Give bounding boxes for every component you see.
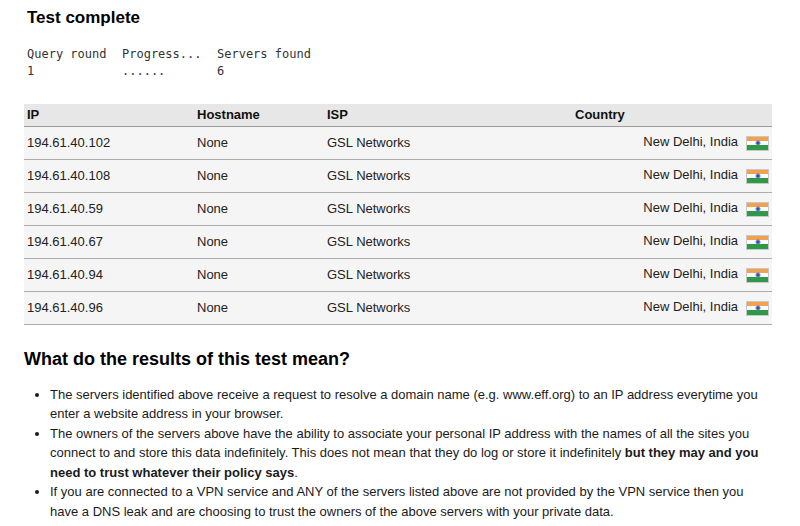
server-results-table: IP Hostname ISP Country 194.61.40.102 No… (24, 104, 772, 325)
status-progress-label: Progress... (122, 46, 217, 63)
isp-cell: GSL Networks (324, 291, 572, 324)
isp-cell: GSL Networks (324, 225, 572, 258)
country-label: New Delhi, India (643, 167, 738, 182)
country-label: New Delhi, India (643, 299, 738, 314)
table-row: 194.61.40.59 None GSL Networks New Delhi… (24, 192, 772, 225)
country-cell: New Delhi, India (572, 126, 772, 159)
country-label: New Delhi, India (643, 200, 738, 215)
country-cell: New Delhi, India (572, 291, 772, 324)
results-explanation-title: What do the results of this test mean? (24, 349, 772, 370)
hostname-cell: None (194, 291, 324, 324)
status-servers-found-value: 6 (217, 63, 312, 80)
ip-cell: 194.61.40.96 (24, 291, 194, 324)
page-container: Test complete Query round 1 Progress... … (24, 8, 772, 526)
status-servers-found-label: Servers found (217, 46, 312, 63)
india-flag-icon (746, 169, 769, 184)
india-flag-icon (746, 235, 769, 250)
ip-cell: 194.61.40.94 (24, 258, 194, 291)
status-query-round-value: 1 (27, 63, 122, 80)
column-header-ip: IP (24, 104, 194, 126)
explanation-bullet-vpn-leak: If you are connected to a VPN service an… (50, 482, 772, 521)
explanation-bullet-server-owners: The owners of the servers above have the… (50, 424, 772, 483)
country-cell: New Delhi, India (572, 225, 772, 258)
status-progress-value: ...... (122, 63, 217, 80)
country-label: New Delhi, India (643, 266, 738, 281)
server-table-body: 194.61.40.102 None GSL Networks New Delh… (24, 126, 772, 324)
bullet-text: The servers identified above receive a r… (50, 387, 758, 422)
table-header-row: IP Hostname ISP Country (24, 104, 772, 126)
country-label: New Delhi, India (643, 134, 738, 149)
status-servers-found: Servers found 6 (217, 46, 312, 80)
ip-cell: 194.61.40.102 (24, 126, 194, 159)
isp-cell: GSL Networks (324, 192, 572, 225)
query-status-strip: Query round 1 Progress... ...... Servers… (27, 46, 772, 80)
explanation-bullet-dns-resolution: The servers identified above receive a r… (50, 385, 772, 424)
ip-cell: 194.61.40.67 (24, 225, 194, 258)
hostname-cell: None (194, 126, 324, 159)
ip-cell: 194.61.40.108 (24, 159, 194, 192)
isp-cell: GSL Networks (324, 159, 572, 192)
ip-cell: 194.61.40.59 (24, 192, 194, 225)
status-query-round-label: Query round (27, 46, 122, 63)
isp-cell: GSL Networks (324, 258, 572, 291)
india-flag-icon (746, 268, 769, 283)
column-header-hostname: Hostname (194, 104, 324, 126)
bullet-text: . (294, 465, 298, 480)
table-row: 194.61.40.94 None GSL Networks New Delhi… (24, 258, 772, 291)
hostname-cell: None (194, 159, 324, 192)
table-row: 194.61.40.108 None GSL Networks New Delh… (24, 159, 772, 192)
column-header-country: Country (572, 104, 772, 126)
hostname-cell: None (194, 225, 324, 258)
country-cell: New Delhi, India (572, 258, 772, 291)
isp-cell: GSL Networks (324, 126, 572, 159)
hostname-cell: None (194, 258, 324, 291)
table-row: 194.61.40.67 None GSL Networks New Delhi… (24, 225, 772, 258)
india-flag-icon (746, 136, 769, 151)
india-flag-icon (746, 202, 769, 217)
column-header-isp: ISP (324, 104, 572, 126)
country-label: New Delhi, India (643, 233, 738, 248)
table-row: 194.61.40.102 None GSL Networks New Delh… (24, 126, 772, 159)
country-cell: New Delhi, India (572, 192, 772, 225)
status-progress: Progress... ...... (122, 46, 217, 80)
bullet-text: If you are connected to a VPN service an… (50, 484, 743, 519)
explanation-list: The servers identified above receive a r… (24, 385, 772, 522)
page-title: Test complete (27, 8, 772, 28)
country-cell: New Delhi, India (572, 159, 772, 192)
hostname-cell: None (194, 192, 324, 225)
table-row: 194.61.40.96 None GSL Networks New Delhi… (24, 291, 772, 324)
status-query-round: Query round 1 (27, 46, 122, 80)
india-flag-icon (746, 301, 769, 316)
